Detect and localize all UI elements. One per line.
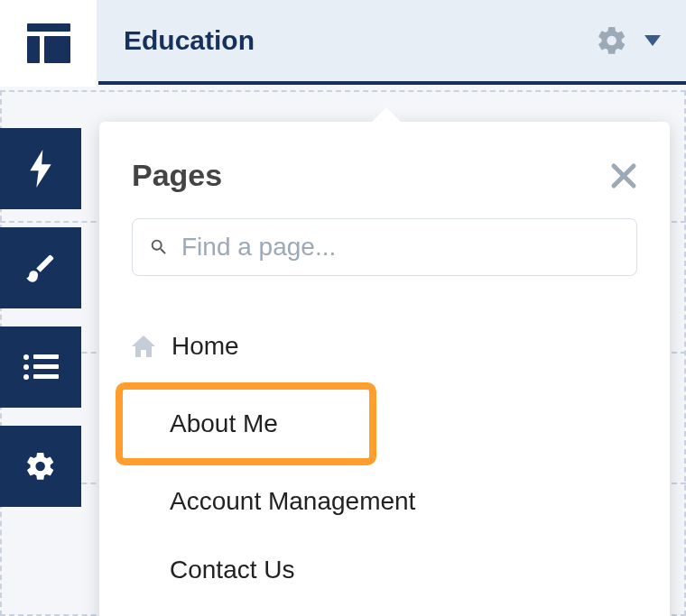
close-icon bbox=[610, 162, 637, 189]
sidebar-pages-button[interactable] bbox=[0, 326, 81, 408]
popover-header: Pages bbox=[99, 122, 670, 218]
sidebar bbox=[0, 128, 81, 507]
page-item-home[interactable]: Home bbox=[132, 312, 637, 381]
gear-icon bbox=[24, 450, 57, 483]
search-icon bbox=[149, 237, 169, 257]
app-logo-cell[interactable] bbox=[0, 0, 98, 87]
page-item-label: Contact Us bbox=[170, 556, 295, 584]
header-bar: Education bbox=[0, 0, 686, 87]
svg-rect-0 bbox=[27, 23, 70, 32]
close-button[interactable] bbox=[610, 162, 637, 189]
page-item-about[interactable]: About Me bbox=[123, 390, 369, 458]
svg-rect-1 bbox=[27, 36, 40, 63]
page-item-label: Account Management bbox=[170, 487, 415, 516]
page-item-label: About Me bbox=[170, 409, 278, 438]
pages-popover: Pages Home About Me Account Management bbox=[99, 122, 670, 616]
page-item-contact[interactable]: Contact Us bbox=[132, 536, 637, 604]
search-container bbox=[99, 218, 670, 312]
svg-point-7 bbox=[23, 374, 29, 380]
search-box[interactable] bbox=[132, 218, 637, 276]
page-item-account[interactable]: Account Management bbox=[132, 467, 637, 536]
brush-icon bbox=[23, 251, 58, 285]
svg-rect-6 bbox=[33, 364, 59, 369]
search-input[interactable] bbox=[181, 233, 620, 262]
page-title: Education bbox=[124, 25, 255, 56]
home-icon bbox=[132, 336, 155, 357]
svg-rect-8 bbox=[33, 374, 59, 379]
header-actions bbox=[596, 24, 661, 57]
sidebar-theme-button[interactable] bbox=[0, 227, 81, 308]
settings-button[interactable] bbox=[596, 24, 628, 57]
layout-icon bbox=[27, 23, 70, 63]
header-title-cell: Education bbox=[98, 0, 686, 85]
svg-rect-4 bbox=[33, 354, 59, 359]
sidebar-settings-button[interactable] bbox=[0, 426, 81, 507]
page-list: Home About Me Account Management Contact… bbox=[99, 312, 670, 604]
list-icon bbox=[23, 354, 59, 381]
svg-point-5 bbox=[23, 364, 29, 370]
svg-rect-2 bbox=[44, 36, 70, 63]
dropdown-button[interactable] bbox=[644, 35, 661, 46]
gear-icon bbox=[596, 24, 628, 57]
svg-point-3 bbox=[23, 354, 29, 360]
lightning-icon bbox=[28, 150, 53, 188]
sidebar-components-button[interactable] bbox=[0, 128, 81, 209]
page-item-label: Home bbox=[172, 332, 239, 361]
popover-title: Pages bbox=[132, 158, 222, 193]
caret-down-icon bbox=[644, 35, 661, 46]
